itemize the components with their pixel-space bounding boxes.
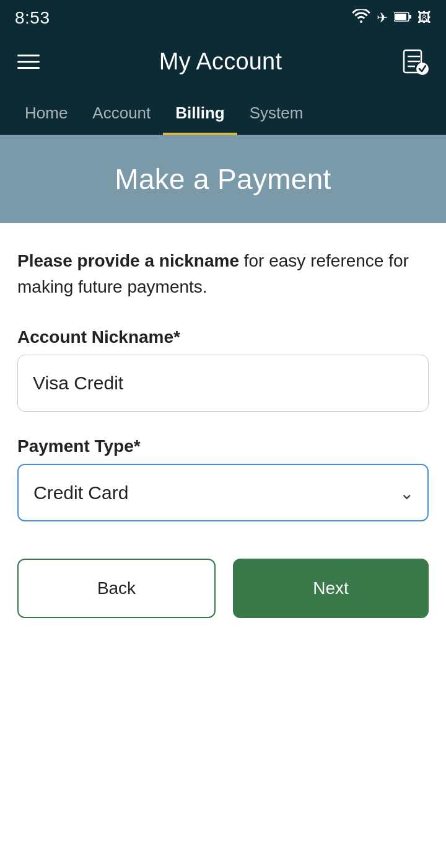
buttons-row: Back Next [17,559,429,618]
header-title: My Account [159,48,282,75]
payment-type-wrapper: Credit Card Bank Account Debit Card ⌄ [17,464,429,521]
wifi-icon [352,9,370,27]
tab-account[interactable]: Account [80,95,163,135]
status-icons: ✈ 🖼 [352,9,431,27]
svg-rect-1 [409,15,411,19]
description-bold: Please provide a nickname [17,251,239,270]
status-bar: 8:53 ✈ 🖼 [0,0,446,35]
main-content: Please provide a nickname for easy refer… [0,223,446,643]
nav-tabs: Home Account Billing System [0,91,446,135]
menu-icon[interactable] [17,55,40,69]
battery-icon [394,10,411,26]
nickname-input[interactable] [17,355,429,412]
svg-rect-2 [395,14,406,20]
tab-system[interactable]: System [237,95,316,135]
app-header: My Account [0,35,446,91]
hero-title: Make a Payment [12,162,434,196]
airplane-icon: ✈ [377,10,388,26]
back-button[interactable]: Back [17,559,216,618]
svg-point-7 [416,63,429,75]
image-icon: 🖼 [418,10,431,26]
tab-home[interactable]: Home [12,95,80,135]
payment-type-select[interactable]: Credit Card Bank Account Debit Card [17,464,429,521]
check-list-icon[interactable] [401,48,429,75]
nickname-label: Account Nickname* [17,327,429,347]
next-button[interactable]: Next [233,559,429,618]
description-text: Please provide a nickname for easy refer… [17,248,429,300]
tab-billing[interactable]: Billing [163,95,237,135]
payment-type-label: Payment Type* [17,436,429,456]
hero-banner: Make a Payment [0,135,446,223]
status-time: 8:53 [15,8,50,28]
